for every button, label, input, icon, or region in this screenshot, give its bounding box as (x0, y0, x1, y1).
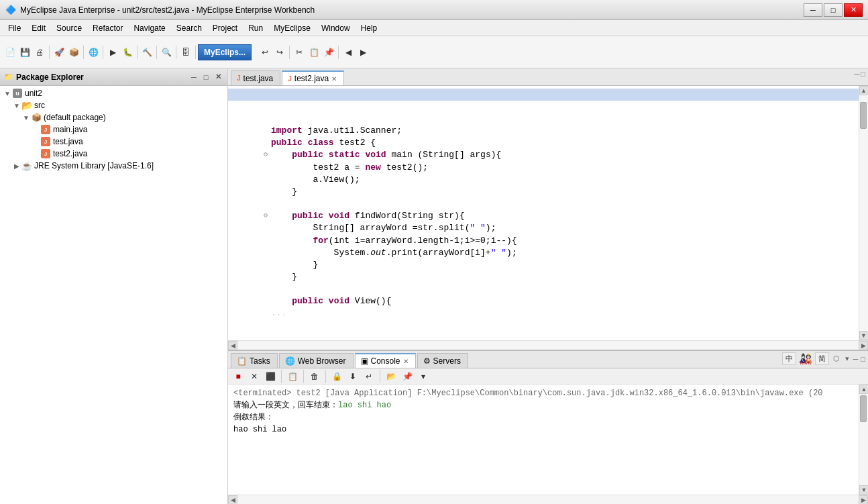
close-button[interactable]: ✕ (844, 3, 863, 17)
editor-tab-test2-java[interactable]: J test2.java ✕ (282, 70, 344, 85)
console-scroll-track-h[interactable] (237, 495, 859, 504)
tb-forward[interactable]: ▶ (356, 45, 370, 60)
tb-debug[interactable]: 🐛 (120, 45, 135, 60)
tree-item-src[interactable]: ▼ 📂 src (0, 99, 227, 111)
bottom-panel-ctrl-btn2[interactable]: ▾ (844, 354, 851, 363)
expand-icon[interactable]: ▼ (3, 90, 12, 97)
tree-item-test2-java[interactable]: J test2.java (0, 148, 227, 160)
scroll-track-h[interactable] (237, 341, 859, 350)
console-scroll-down[interactable]: ▼ (859, 485, 868, 495)
console-scroll-track[interactable] (859, 394, 868, 485)
tree-label-src: src (34, 101, 45, 110)
tb-run[interactable]: ▶ (105, 45, 120, 60)
console-terminate-btn[interactable]: ✕ (247, 369, 262, 384)
console-scroll-thumb[interactable] (860, 395, 867, 422)
tb-search2[interactable]: 🔍 (159, 45, 174, 60)
menu-help[interactable]: Help (356, 22, 383, 34)
menu-edit[interactable]: Edit (26, 22, 51, 34)
menu-refactor[interactable]: Refactor (87, 22, 128, 34)
console-tab-close[interactable]: ✕ (403, 358, 409, 365)
menu-search[interactable]: Search (171, 22, 207, 34)
bottom-tab-console[interactable]: ▣ Console ✕ (355, 353, 416, 368)
tb-paste[interactable]: 📌 (321, 45, 336, 60)
tree-item-unit2[interactable]: ▼ u unit2 (0, 87, 227, 99)
editor-content[interactable]: import java.util.Scanner; public class t… (228, 86, 859, 340)
console-scroll-lock-btn[interactable]: 🔒 (329, 369, 344, 384)
console-content[interactable]: <terminated> test2 [Java Application] F:… (228, 385, 859, 495)
scroll-track-v[interactable] (859, 95, 868, 331)
tb-deploy2[interactable]: 📦 (66, 45, 81, 60)
tb-globe[interactable]: 🌐 (86, 45, 101, 60)
scroll-left-arrow[interactable]: ◀ (228, 341, 237, 350)
console-scrollbar-v[interactable]: ▲ ▼ (859, 385, 868, 495)
tree-item-main-java[interactable]: J main.java (0, 123, 227, 136)
tb-cut[interactable]: ✂ (292, 45, 307, 60)
scroll-right-arrow[interactable]: ▶ (859, 341, 868, 350)
tree-item-test-java[interactable]: J test.java (0, 136, 227, 148)
tb-deploy[interactable]: 🚀 (52, 45, 66, 60)
bottom-tab-label-tasks: Tasks (250, 356, 270, 366)
menu-file[interactable]: File (3, 22, 26, 34)
menu-run[interactable]: Run (243, 22, 268, 34)
editor-tab-ctrl-min[interactable]: ─ (855, 70, 860, 78)
console-pin-btn[interactable]: 📌 (400, 369, 415, 384)
bottom-panel-minimize[interactable]: ─ (853, 355, 859, 363)
simple-input-indicator[interactable]: 简 (815, 352, 829, 365)
menu-project[interactable]: Project (207, 22, 243, 34)
editor-tab-ctrl-max[interactable]: □ (861, 70, 865, 78)
tree-item-jre[interactable]: ▶ ☕ JRE System Library [JavaSE-1.6] (0, 160, 227, 172)
scroll-thumb-v[interactable] (860, 102, 867, 129)
tree-item-default-pkg[interactable]: ▼ 📦 (default package) (0, 111, 227, 123)
menu-myeclipse[interactable]: MyEclipse (268, 22, 316, 34)
bottom-tab-webbrowser[interactable]: 🌐 Web Browser (279, 353, 354, 368)
console-scroll-right[interactable]: ▶ (859, 495, 868, 504)
maximize-button[interactable]: □ (824, 3, 843, 17)
console-scroll-up[interactable]: ▲ (859, 385, 868, 394)
console-copy-btn[interactable]: 📋 (285, 369, 300, 384)
menu-source[interactable]: Source (51, 22, 87, 34)
bottom-tab-servers[interactable]: ⚙ Servers (417, 353, 468, 368)
bottom-tab-tasks[interactable]: 📋 Tasks (231, 353, 278, 368)
pe-close-btn[interactable]: ✕ (213, 72, 223, 83)
tab-close-test2[interactable]: ✕ (331, 75, 337, 83)
tb-print[interactable]: 🖨 (32, 45, 47, 60)
myeclipse-button[interactable]: MyEclips... (198, 44, 252, 60)
console-disconnect-btn[interactable]: ⬛ (263, 369, 278, 384)
tb-sep-3 (103, 46, 103, 59)
tb-save[interactable]: 💾 (17, 45, 32, 60)
expand-icon-jre[interactable]: ▶ (12, 162, 21, 170)
editor-tab-test-java[interactable]: J test.java (231, 70, 280, 85)
console-open-file-btn[interactable]: 📂 (384, 369, 398, 384)
tab-java-icon-2: J (288, 75, 292, 83)
scroll-down-arrow[interactable]: ▼ (859, 331, 869, 340)
tb-build[interactable]: 🔨 (140, 45, 154, 60)
console-dropdown-btn[interactable]: ▾ (416, 369, 431, 384)
pe-maximize-btn[interactable]: □ (201, 72, 211, 83)
editor-scrollbar-v[interactable]: ▲ ▼ (859, 86, 868, 340)
tb-redo[interactable]: ↪ (272, 45, 287, 60)
menu-navigate[interactable]: Navigate (128, 22, 170, 34)
minimize-button[interactable]: ─ (804, 3, 822, 17)
tb-database[interactable]: 🗄 (178, 45, 193, 60)
scroll-up-arrow[interactable]: ▲ (859, 86, 869, 95)
collapse-findword[interactable]: ⊖ (264, 211, 268, 221)
bottom-panel-maximize[interactable]: □ (861, 355, 865, 363)
pe-minimize-btn[interactable]: ─ (188, 72, 199, 83)
console-scroll-end-btn[interactable]: ⬇ (345, 369, 360, 384)
console-scrollbar-h[interactable]: ◀ ▶ (228, 495, 868, 504)
bottom-panel-ctrl-btn1[interactable]: ⬡ (832, 354, 841, 363)
tb-copy[interactable]: 📋 (307, 45, 321, 60)
console-clear-btn[interactable]: 🗑 (307, 369, 322, 384)
tb-undo[interactable]: ↩ (258, 45, 272, 60)
console-word-wrap-btn[interactable]: ↵ (362, 369, 376, 384)
menu-window[interactable]: Window (316, 22, 356, 34)
collapse-main[interactable]: ⊖ (264, 150, 268, 160)
tb-back[interactable]: ◀ (341, 45, 356, 60)
tb-new[interactable]: 📄 (3, 45, 17, 60)
console-scroll-left[interactable]: ◀ (228, 495, 237, 504)
expand-icon-pkg[interactable]: ▼ (21, 114, 31, 121)
editor-scrollbar-h[interactable]: ◀ ▶ (228, 340, 868, 350)
expand-icon-src[interactable]: ▼ (12, 102, 21, 109)
console-stop-btn[interactable]: ■ (231, 369, 246, 384)
cn-input-indicator[interactable]: 中 (782, 352, 796, 365)
